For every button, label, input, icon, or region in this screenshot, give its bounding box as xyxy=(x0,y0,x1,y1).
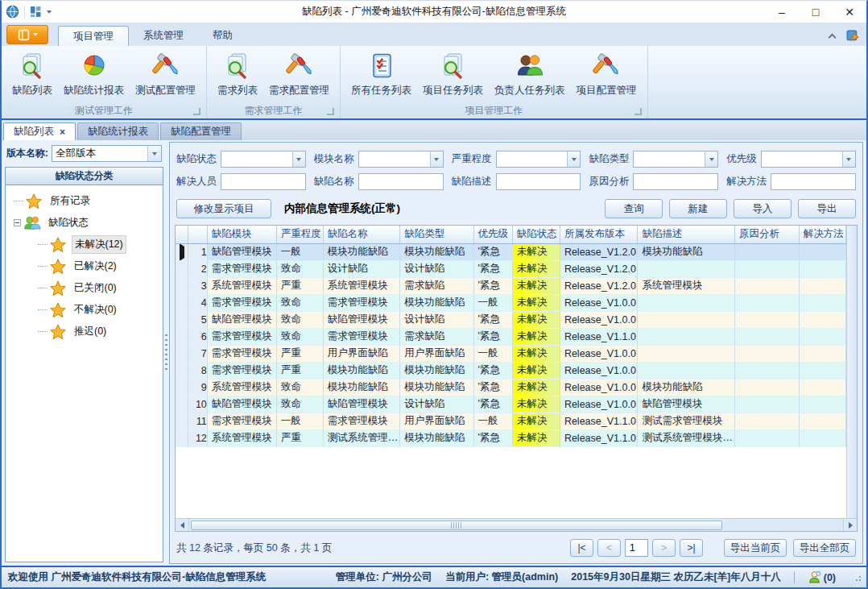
scroll-left-button[interactable] xyxy=(176,519,189,531)
cell[interactable]: 需求管理模块 xyxy=(323,294,399,311)
combo-drop-button[interactable] xyxy=(705,151,717,167)
table-row[interactable]: 2需求管理模块致命设计缺陷设计缺陷'紧急未解决Release_V1.2.0 xyxy=(176,260,846,277)
collapse-expander-icon[interactable] xyxy=(14,219,21,226)
cell[interactable]: 缺陷管理模块 xyxy=(207,396,276,413)
collapse-ribbon-icon[interactable] xyxy=(826,30,838,42)
cell[interactable]: 未解决 xyxy=(512,396,560,413)
cell[interactable]: 模块功能缺陷 xyxy=(323,362,399,379)
cell[interactable] xyxy=(799,277,845,294)
cell[interactable]: 测试需求管理模块 xyxy=(638,413,734,429)
cell[interactable]: 模块功能缺陷 xyxy=(400,294,473,311)
table-row[interactable]: 6需求管理模块致命需求管理模块需求缺陷'紧急未解决Release_V1.1.0 xyxy=(176,328,846,345)
dialog-launcher-icon[interactable] xyxy=(327,108,334,115)
cell[interactable] xyxy=(638,328,734,345)
cell[interactable]: 缺陷管理模块 xyxy=(207,311,276,328)
version-combo[interactable]: 全部版本 xyxy=(52,145,162,162)
cell[interactable]: '紧急 xyxy=(473,260,512,277)
cell[interactable]: Release_V1.2.0 xyxy=(560,260,638,277)
dialog-launcher-icon[interactable] xyxy=(193,108,200,115)
cell[interactable]: 未解决 xyxy=(512,413,560,429)
cell[interactable] xyxy=(799,260,845,277)
combo-drop-button[interactable] xyxy=(147,146,161,161)
cell[interactable]: 严重 xyxy=(276,277,323,294)
cell[interactable]: 测试系统管理… xyxy=(323,429,399,446)
cell[interactable] xyxy=(799,311,845,328)
sidebar-splitter[interactable] xyxy=(163,140,169,566)
cell[interactable] xyxy=(799,379,845,396)
cell[interactable]: Release_V1.0.0 xyxy=(560,379,638,396)
cell[interactable]: 致命 xyxy=(276,260,323,277)
app-globe-icon[interactable] xyxy=(6,5,19,19)
cell[interactable]: 致命 xyxy=(276,328,323,345)
defect-name-input[interactable] xyxy=(359,174,443,189)
ribbon-button-1-1[interactable]: 需求配置管理 xyxy=(263,48,335,99)
table-row[interactable]: 8需求管理模块严重模块功能缺陷模块功能缺陷'紧急未解决Release_V1.0.… xyxy=(176,362,846,379)
column-header-5[interactable]: 缺陷状态 xyxy=(512,226,560,243)
cell[interactable] xyxy=(734,294,799,311)
cell[interactable] xyxy=(638,311,734,328)
cell[interactable]: 模块功能缺陷 xyxy=(323,379,399,396)
column-header-7[interactable]: 缺陷描述 xyxy=(638,226,734,243)
cell[interactable]: 缺陷管理模块 xyxy=(638,396,734,413)
cell[interactable]: 模块功能缺陷 xyxy=(400,429,473,446)
cell[interactable]: Release_V1.0.0 xyxy=(560,311,638,328)
severity-select[interactable] xyxy=(496,151,581,168)
cell[interactable]: 模块功能缺陷 xyxy=(400,243,473,260)
cell[interactable]: '紧急 xyxy=(473,243,512,260)
cell[interactable]: Release_V1.2.0 xyxy=(560,277,638,294)
ribbon-button-2-3[interactable]: 项目配置管理 xyxy=(571,48,643,99)
cell[interactable] xyxy=(799,396,845,413)
cell[interactable]: Release_V1.1.0 xyxy=(560,328,638,345)
cell[interactable]: 用户界面缺陷 xyxy=(400,413,473,429)
cell[interactable]: 未解决 xyxy=(512,429,560,446)
ribbon-tab-help[interactable]: 帮助 xyxy=(198,26,247,46)
column-header-4[interactable]: 优先级 xyxy=(473,226,512,243)
ribbon-button-2-2[interactable]: 负责人任务列表 xyxy=(489,48,571,99)
cell[interactable]: '紧急 xyxy=(473,362,512,379)
cell[interactable] xyxy=(638,345,734,362)
doc-tab-defect-list[interactable]: 缺陷列表 × xyxy=(3,122,76,140)
cell[interactable]: '紧急 xyxy=(473,429,512,446)
ribbon-button-0-2[interactable]: 测试配置管理 xyxy=(130,48,201,99)
export-current-page-button[interactable]: 导出当前页 xyxy=(724,539,787,557)
cell[interactable]: 致命 xyxy=(276,396,323,413)
prev-page-button[interactable]: < xyxy=(597,539,621,557)
import-button[interactable]: 导入 xyxy=(734,199,792,218)
tree-item-0[interactable]: 所有记录 xyxy=(14,190,163,212)
ribbon-button-0-1[interactable]: 缺陷统计报表 xyxy=(58,48,130,99)
application-menu-button[interactable] xyxy=(6,25,48,44)
table-row[interactable]: 4需求管理模块致命需求管理模块模块功能缺陷一般未解决Release_V1.0.0 xyxy=(176,294,846,311)
cell[interactable]: 一般 xyxy=(276,243,323,260)
cell[interactable]: 模块功能缺陷 xyxy=(400,379,473,396)
doc-tab-defect-report[interactable]: 缺陷统计报表 xyxy=(77,122,159,140)
cell[interactable]: 致命 xyxy=(276,311,323,328)
cell[interactable] xyxy=(638,294,734,311)
cell[interactable] xyxy=(734,413,799,429)
table-row[interactable]: 1缺陷管理模块一般模块功能缺陷模块功能缺陷'紧急未解决Release_V1.2.… xyxy=(176,243,846,260)
cell[interactable]: 需求管理模块 xyxy=(207,413,276,429)
cell[interactable] xyxy=(734,379,799,396)
cell[interactable]: 未解决 xyxy=(512,345,560,362)
cell[interactable]: 模块功能缺陷 xyxy=(638,243,734,260)
cell[interactable]: 严重 xyxy=(276,429,323,446)
cell[interactable] xyxy=(734,429,799,446)
cell[interactable]: 未解决 xyxy=(512,362,560,379)
export-all-pages-button[interactable]: 导出全部页 xyxy=(793,539,856,557)
combo-drop-button[interactable] xyxy=(292,151,305,167)
cell[interactable]: 设计缺陷 xyxy=(400,260,473,277)
cell[interactable]: 严重 xyxy=(276,345,323,362)
column-header-6[interactable]: 所属发布版本 xyxy=(560,226,638,243)
layout-grid-icon[interactable] xyxy=(30,6,42,18)
horizontal-scrollbar[interactable] xyxy=(176,518,857,531)
maximize-button[interactable]: □ xyxy=(799,2,833,23)
cell[interactable]: 一般 xyxy=(473,294,512,311)
cell[interactable]: 致命 xyxy=(276,294,323,311)
cell[interactable]: 一般 xyxy=(473,345,512,362)
cell[interactable]: 缺陷管理模块 xyxy=(207,243,276,260)
cell[interactable] xyxy=(799,429,845,446)
table-row[interactable]: 10缺陷管理模块致命缺陷管理模块设计缺陷'紧急未解决Release_V1.0.0… xyxy=(176,396,846,413)
cell[interactable]: 严重 xyxy=(276,362,323,379)
cell[interactable] xyxy=(734,396,799,413)
table-row[interactable]: 5缺陷管理模块致命缺陷管理模块设计缺陷'紧急未解决Release_V1.0.0 xyxy=(176,311,846,328)
cell[interactable]: 缺陷管理模块 xyxy=(323,311,399,328)
